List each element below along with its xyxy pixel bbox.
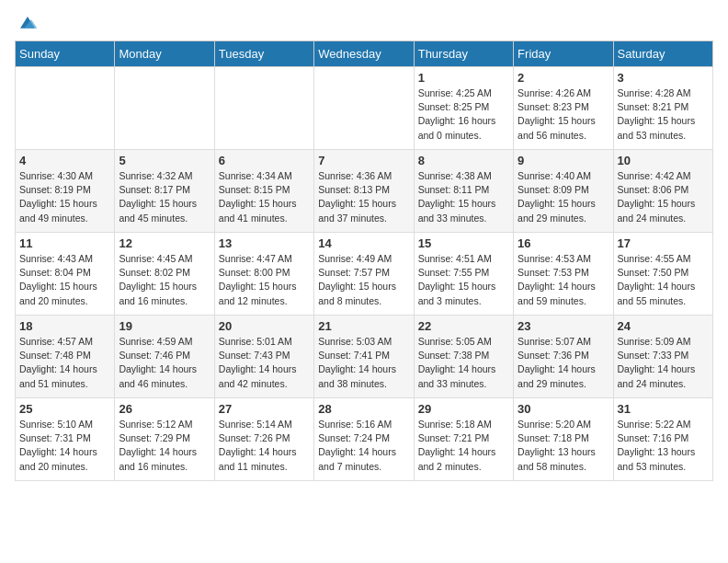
- day-number: 16: [518, 236, 609, 250]
- day-number: 9: [518, 154, 609, 167]
- calendar-cell: 29Sunrise: 5:18 AMSunset: 7:21 PMDayligh…: [414, 398, 513, 481]
- day-of-week-header: Sunday: [16, 41, 115, 67]
- calendar-cell: 19Sunrise: 4:59 AMSunset: 7:46 PMDayligh…: [115, 316, 214, 398]
- day-number: 23: [518, 319, 609, 333]
- day-number: 22: [418, 319, 509, 333]
- day-number: 21: [318, 319, 409, 333]
- day-info: Sunrise: 4:51 AMSunset: 7:55 PMDaylight:…: [418, 252, 509, 308]
- calendar-cell: [115, 67, 214, 150]
- calendar-cell: 7Sunrise: 4:36 AMSunset: 8:13 PMDaylight…: [314, 150, 414, 233]
- day-info: Sunrise: 5:12 AMSunset: 7:29 PMDaylight:…: [119, 418, 210, 474]
- calendar-cell: 21Sunrise: 5:03 AMSunset: 7:41 PMDayligh…: [314, 316, 414, 398]
- day-number: 11: [19, 236, 110, 250]
- day-info: Sunrise: 5:16 AMSunset: 7:24 PMDaylight:…: [318, 418, 409, 474]
- calendar-cell: 18Sunrise: 4:57 AMSunset: 7:48 PMDayligh…: [16, 316, 115, 398]
- day-number: 31: [618, 402, 709, 416]
- day-info: Sunrise: 4:32 AMSunset: 8:17 PMDaylight:…: [119, 169, 210, 225]
- day-number: 13: [219, 236, 310, 250]
- day-info: Sunrise: 4:57 AMSunset: 7:48 PMDaylight:…: [19, 335, 110, 391]
- calendar-cell: 23Sunrise: 5:07 AMSunset: 7:36 PMDayligh…: [514, 316, 613, 398]
- day-info: Sunrise: 5:10 AMSunset: 7:31 PMDaylight:…: [19, 418, 110, 474]
- day-number: 2: [518, 71, 609, 85]
- day-info: Sunrise: 4:47 AMSunset: 8:00 PMDaylight:…: [219, 252, 310, 308]
- calendar-week-row: 11Sunrise: 4:43 AMSunset: 8:04 PMDayligh…: [16, 233, 713, 316]
- calendar-cell: 8Sunrise: 4:38 AMSunset: 8:11 PMDaylight…: [414, 150, 513, 233]
- calendar-cell: 31Sunrise: 5:22 AMSunset: 7:16 PMDayligh…: [613, 398, 712, 481]
- calendar-cell: 3Sunrise: 4:28 AMSunset: 8:21 PMDaylight…: [613, 67, 712, 150]
- day-of-week-header: Friday: [514, 41, 613, 67]
- day-info: Sunrise: 4:53 AMSunset: 7:53 PMDaylight:…: [518, 252, 609, 308]
- day-info: Sunrise: 5:20 AMSunset: 7:18 PMDaylight:…: [518, 418, 609, 474]
- day-number: 1: [418, 71, 509, 85]
- day-info: Sunrise: 5:01 AMSunset: 7:43 PMDaylight:…: [219, 335, 310, 391]
- day-info: Sunrise: 4:43 AMSunset: 8:04 PMDaylight:…: [19, 252, 110, 308]
- logo-icon: [17, 15, 39, 33]
- page-header: [15, 15, 713, 33]
- day-info: Sunrise: 4:40 AMSunset: 8:09 PMDaylight:…: [518, 169, 609, 225]
- day-info: Sunrise: 5:05 AMSunset: 7:38 PMDaylight:…: [418, 335, 509, 391]
- day-number: 10: [618, 154, 709, 167]
- day-number: 8: [418, 154, 509, 167]
- calendar-cell: 20Sunrise: 5:01 AMSunset: 7:43 PMDayligh…: [214, 316, 313, 398]
- day-of-week-header: Saturday: [613, 41, 712, 67]
- day-info: Sunrise: 5:22 AMSunset: 7:16 PMDaylight:…: [618, 418, 709, 474]
- day-info: Sunrise: 4:28 AMSunset: 8:21 PMDaylight:…: [618, 86, 709, 143]
- calendar-cell: [214, 67, 313, 150]
- calendar-week-row: 18Sunrise: 4:57 AMSunset: 7:48 PMDayligh…: [16, 316, 713, 398]
- calendar-cell: 30Sunrise: 5:20 AMSunset: 7:18 PMDayligh…: [514, 398, 613, 481]
- day-of-week-header: Monday: [115, 41, 214, 67]
- calendar-cell: 25Sunrise: 5:10 AMSunset: 7:31 PMDayligh…: [16, 398, 115, 481]
- day-number: 4: [19, 154, 110, 167]
- day-number: 5: [119, 154, 210, 167]
- calendar-cell: 6Sunrise: 4:34 AMSunset: 8:15 PMDaylight…: [214, 150, 313, 233]
- logo: [15, 15, 39, 33]
- calendar-cell: 24Sunrise: 5:09 AMSunset: 7:33 PMDayligh…: [613, 316, 712, 398]
- calendar-week-row: 25Sunrise: 5:10 AMSunset: 7:31 PMDayligh…: [16, 398, 713, 481]
- day-info: Sunrise: 5:09 AMSunset: 7:33 PMDaylight:…: [618, 335, 709, 391]
- calendar-cell: 28Sunrise: 5:16 AMSunset: 7:24 PMDayligh…: [314, 398, 414, 481]
- day-number: 17: [618, 236, 709, 250]
- day-of-week-header: Tuesday: [214, 41, 313, 67]
- calendar-cell: 26Sunrise: 5:12 AMSunset: 7:29 PMDayligh…: [115, 398, 214, 481]
- day-number: 15: [418, 236, 509, 250]
- day-info: Sunrise: 5:07 AMSunset: 7:36 PMDaylight:…: [518, 335, 609, 391]
- day-of-week-header: Wednesday: [314, 41, 414, 67]
- day-number: 12: [119, 236, 210, 250]
- day-info: Sunrise: 4:26 AMSunset: 8:23 PMDaylight:…: [518, 86, 609, 143]
- day-of-week-header: Thursday: [414, 41, 513, 67]
- day-number: 3: [618, 71, 709, 85]
- calendar-cell: 11Sunrise: 4:43 AMSunset: 8:04 PMDayligh…: [16, 233, 115, 316]
- day-number: 30: [518, 402, 609, 416]
- calendar-cell: 22Sunrise: 5:05 AMSunset: 7:38 PMDayligh…: [414, 316, 513, 398]
- day-info: Sunrise: 5:03 AMSunset: 7:41 PMDaylight:…: [318, 335, 409, 391]
- day-info: Sunrise: 4:34 AMSunset: 8:15 PMDaylight:…: [219, 169, 310, 225]
- day-number: 14: [318, 236, 409, 250]
- day-info: Sunrise: 4:38 AMSunset: 8:11 PMDaylight:…: [418, 169, 509, 225]
- calendar-cell: 10Sunrise: 4:42 AMSunset: 8:06 PMDayligh…: [613, 150, 712, 233]
- day-number: 7: [318, 154, 409, 167]
- day-number: 24: [618, 319, 709, 333]
- day-number: 20: [219, 319, 310, 333]
- calendar-cell: [314, 67, 414, 150]
- calendar-cell: 16Sunrise: 4:53 AMSunset: 7:53 PMDayligh…: [514, 233, 613, 316]
- day-info: Sunrise: 4:30 AMSunset: 8:19 PMDaylight:…: [19, 169, 110, 225]
- calendar-cell: 17Sunrise: 4:55 AMSunset: 7:50 PMDayligh…: [613, 233, 712, 316]
- day-info: Sunrise: 5:14 AMSunset: 7:26 PMDaylight:…: [219, 418, 310, 474]
- day-number: 27: [219, 402, 310, 416]
- day-info: Sunrise: 4:45 AMSunset: 8:02 PMDaylight:…: [119, 252, 210, 308]
- calendar-header-row: SundayMondayTuesdayWednesdayThursdayFrid…: [16, 41, 713, 67]
- calendar-cell: 12Sunrise: 4:45 AMSunset: 8:02 PMDayligh…: [115, 233, 214, 316]
- calendar-cell: 5Sunrise: 4:32 AMSunset: 8:17 PMDaylight…: [115, 150, 214, 233]
- calendar-cell: 1Sunrise: 4:25 AMSunset: 8:25 PMDaylight…: [414, 67, 513, 150]
- day-number: 29: [418, 402, 509, 416]
- calendar-table: SundayMondayTuesdayWednesdayThursdayFrid…: [15, 40, 713, 481]
- calendar-week-row: 4Sunrise: 4:30 AMSunset: 8:19 PMDaylight…: [16, 150, 713, 233]
- day-info: Sunrise: 5:18 AMSunset: 7:21 PMDaylight:…: [418, 418, 509, 474]
- day-number: 25: [19, 402, 110, 416]
- calendar-cell: 27Sunrise: 5:14 AMSunset: 7:26 PMDayligh…: [214, 398, 313, 481]
- calendar-cell: 9Sunrise: 4:40 AMSunset: 8:09 PMDaylight…: [514, 150, 613, 233]
- day-number: 18: [19, 319, 110, 333]
- day-number: 19: [119, 319, 210, 333]
- day-number: 28: [318, 402, 409, 416]
- calendar-cell: 4Sunrise: 4:30 AMSunset: 8:19 PMDaylight…: [16, 150, 115, 233]
